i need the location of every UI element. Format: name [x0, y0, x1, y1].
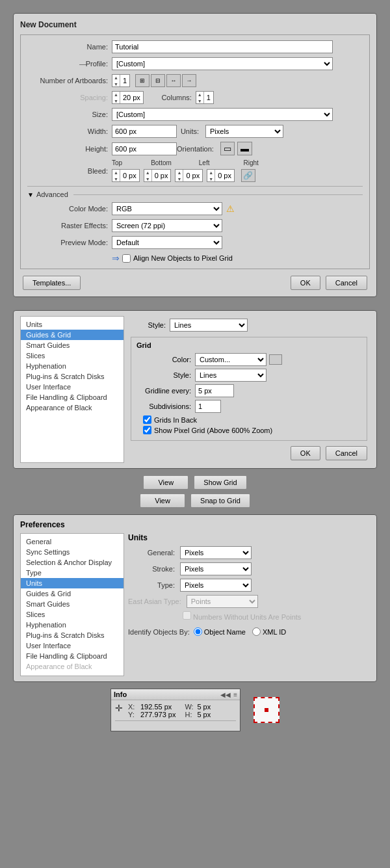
columns-up[interactable]: ▲ — [196, 92, 203, 98]
bleed-right-val: 0 px — [215, 172, 234, 179]
show-grid-button[interactable]: Show Grid — [194, 475, 246, 490]
view-button-2[interactable]: View — [140, 493, 185, 508]
prefs-guides-buttons: OK Cancel — [131, 446, 367, 460]
units-type-select[interactable]: Pixels — [180, 579, 252, 592]
sidebar-item-guides-grid[interactable]: Guides & Grid — [21, 330, 124, 340]
orient-portrait[interactable]: ▭ — [220, 142, 235, 155]
grid-style-select[interactable]: Lines — [195, 369, 266, 382]
units-select[interactable]: Pixels — [205, 125, 283, 138]
snap-to-grid-button[interactable]: Snap to Grid — [190, 493, 250, 508]
units-sidebar-plugins[interactable]: Plug-ins & Scratch Disks — [21, 630, 124, 640]
ok-button[interactable]: OK — [291, 276, 320, 290]
colormode-select[interactable]: RGB — [112, 202, 222, 215]
colormode-row: Color Mode: RGB ⚠ — [27, 202, 363, 215]
spinner-down[interactable]: ▼ — [112, 81, 120, 88]
xml-id-radio-item: XML ID — [252, 627, 286, 636]
view-button-1[interactable]: View — [143, 475, 188, 490]
bleed-lock-btn[interactable]: 🔗 — [241, 169, 255, 182]
bleed-right-spinner[interactable]: ▲ ▼ 0 px — [207, 169, 235, 182]
units-sidebar-ui[interactable]: User Interface — [21, 640, 124, 651]
prefs-guides-cancel[interactable]: Cancel — [326, 446, 367, 460]
prefs-guides-ok[interactable]: OK — [291, 446, 320, 460]
sidebar-item-file-handling[interactable]: File Handling & Clipboard — [21, 392, 124, 402]
warning-icon: ⚠ — [226, 204, 235, 214]
raster-select[interactable]: Screen (72 ppi) — [112, 219, 222, 232]
units-stroke-select[interactable]: Pixels — [180, 562, 252, 575]
spacing-row: Spacing: ▲ ▼ 20 px Columns: ▲ ▼ 1 — [27, 91, 363, 104]
xml-id-radio[interactable] — [252, 627, 261, 636]
units-general-select[interactable]: Pixels — [180, 546, 252, 559]
middle-buttons: View Show Grid View Snap to Grid — [13, 475, 377, 508]
preview-select[interactable]: Default — [112, 236, 222, 249]
sidebar-item-plugins[interactable]: Plug-ins & Scratch Disks — [21, 371, 124, 382]
sidebar-item-units[interactable]: Units — [21, 319, 124, 330]
bleed-left-spinner[interactable]: ▲ ▼ 0 px — [175, 169, 203, 182]
info-x-value: 192.55 px — [140, 703, 172, 711]
advanced-toggle[interactable]: ▼ Advanced — [27, 191, 363, 198]
spinner-up[interactable]: ▲ — [112, 75, 120, 81]
thumbnail-box — [254, 697, 280, 723]
units-sidebar-units[interactable]: Units — [21, 578, 124, 588]
bleed-top-label: Top — [112, 159, 122, 166]
name-row: Name: — [27, 40, 363, 53]
orient-landscape[interactable]: ▬ — [237, 142, 252, 155]
spacing-spinner[interactable]: ▲ ▼ 20 px — [112, 91, 144, 104]
grid-section-title: Grid — [136, 341, 361, 349]
spacing-value: 20 px — [120, 94, 143, 101]
artboard-icon-arrow[interactable]: → — [182, 74, 196, 87]
units-sidebar-sync[interactable]: Sync Settings — [21, 547, 124, 557]
subdivisions-input[interactable] — [195, 400, 221, 413]
info-menu-icon[interactable]: ≡ — [233, 691, 237, 698]
info-w-label: W: — [185, 703, 195, 711]
columns-spinner[interactable]: ▲ ▼ 1 — [196, 91, 214, 104]
artboard-icon-row[interactable]: ⊟ — [151, 74, 165, 87]
info-collapse-icon[interactable]: ◀◀ — [220, 691, 231, 698]
grid-color-select[interactable]: Custom... — [195, 353, 266, 366]
size-select[interactable]: [Custom] — [112, 108, 333, 121]
cancel-button[interactable]: Cancel — [326, 276, 367, 290]
units-sidebar-guides[interactable]: Guides & Grid — [21, 588, 124, 599]
sidebar-item-appearance[interactable]: Appearance of Black — [21, 402, 124, 413]
sidebar-item-smart-guides[interactable]: Smart Guides — [21, 340, 124, 350]
sidebar-item-ui[interactable]: User Interface — [21, 382, 124, 392]
profile-select[interactable]: [Custom] — [112, 57, 333, 70]
units-sidebar-file[interactable]: File Handling & Clipboard — [21, 651, 124, 661]
bleed-top-spinner[interactable]: ▲ ▼ 0 px — [112, 169, 140, 182]
units-sidebar-type[interactable]: Type — [21, 568, 124, 578]
grid-color-swatch[interactable] — [269, 354, 282, 365]
artboard-icon-arrange[interactable]: ↔ — [166, 74, 181, 87]
width-label: Width: — [27, 127, 112, 135]
units-sidebar-slices[interactable]: Slices — [21, 609, 124, 620]
artboards-spinner[interactable]: ▲ ▼ 1 — [112, 74, 130, 87]
units-sidebar-selection[interactable]: Selection & Anchor Display — [21, 557, 124, 568]
info-w-value: 5 px — [197, 703, 211, 711]
guides-style-select[interactable]: Lines — [170, 319, 248, 332]
spacing-up[interactable]: ▲ — [112, 92, 120, 98]
gridline-input[interactable] — [195, 384, 234, 397]
prefs-units-title: Preferences — [20, 520, 370, 529]
width-input[interactable] — [112, 125, 177, 138]
columns-down[interactable]: ▼ — [196, 98, 203, 105]
colormode-label: Color Mode: — [27, 205, 112, 213]
bleed-label: Bleed: — [27, 167, 112, 175]
bleed-right-label: Right — [244, 159, 259, 166]
info-divider — [115, 720, 236, 721]
height-input[interactable] — [112, 142, 177, 155]
templates-button[interactable]: Templates... — [23, 276, 81, 290]
grids-in-back-checkbox[interactable] — [143, 415, 151, 424]
spacing-down[interactable]: ▼ — [112, 98, 120, 105]
units-general-label: General: — [128, 549, 180, 557]
units-sidebar-general[interactable]: General — [21, 536, 124, 547]
show-pixel-grid-checkbox[interactable] — [143, 426, 151, 434]
info-h-label: H: — [185, 711, 195, 718]
artboard-icon-grid[interactable]: ⊞ — [135, 74, 150, 87]
pixel-grid-checkbox[interactable] — [122, 254, 131, 263]
units-sidebar-hyphenation[interactable]: Hyphenation — [21, 620, 124, 630]
bleed-bottom-spinner[interactable]: ▲ ▼ 0 px — [144, 169, 172, 182]
sidebar-item-slices[interactable]: Slices — [21, 350, 124, 361]
units-sidebar-smart[interactable]: Smart Guides — [21, 599, 124, 609]
gridline-row: Gridline every: — [136, 384, 361, 397]
sidebar-item-hyphenation[interactable]: Hyphenation — [21, 361, 124, 371]
object-name-radio[interactable] — [194, 627, 202, 636]
name-input[interactable] — [112, 40, 333, 53]
